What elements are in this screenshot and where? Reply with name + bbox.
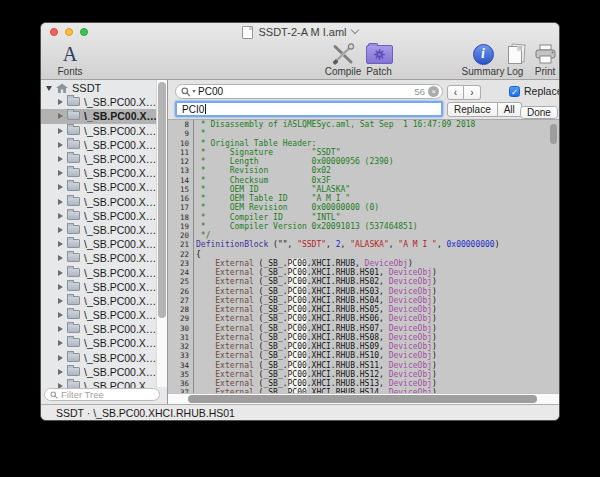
folder-icon — [67, 126, 80, 135]
tree-item[interactable]: \_SB.PC00.X… — [41, 280, 156, 294]
disclosure-closed-icon[interactable] — [58, 142, 63, 148]
code-line: 14 * Checksum 0x3F — [168, 176, 559, 185]
disclosure-closed-icon[interactable] — [58, 184, 63, 190]
zoom-button[interactable] — [80, 28, 88, 36]
tree-item-label: \_SB.PC00.X… — [84, 224, 156, 236]
disclosure-closed-icon[interactable] — [58, 199, 63, 205]
search-icon — [50, 391, 58, 399]
tree-item[interactable]: \_SB.PC00.X… — [41, 195, 156, 209]
disclosure-closed-icon[interactable] — [58, 128, 63, 134]
tree-item[interactable]: \_SB.PC00.X… — [41, 351, 156, 365]
disclosure-open-icon[interactable] — [46, 86, 52, 91]
disclosure-closed-icon[interactable] — [58, 113, 63, 119]
tree-item[interactable]: \_SB.PC00.X… — [41, 251, 156, 265]
disclosure-closed-icon[interactable] — [58, 270, 63, 276]
tree-item[interactable]: \_SB.PC00.X… — [41, 138, 156, 152]
tree-item[interactable]: \_SB.PC00.X… — [41, 294, 156, 308]
folder-icon — [67, 197, 80, 206]
close-button[interactable] — [50, 28, 58, 36]
editor-vscrollbar-thumb[interactable] — [550, 124, 557, 144]
tree-item-label: \_SB.PC00.X… — [84, 167, 156, 179]
tree-item[interactable]: \_SB.PC00.X… — [41, 152, 156, 166]
disclosure-closed-icon[interactable] — [58, 355, 63, 361]
patch-label: Patch — [355, 66, 403, 77]
document-proxy-icon[interactable] — [242, 26, 253, 39]
tree-item[interactable]: \_SB.PC00.X… — [41, 237, 156, 251]
search-input[interactable]: PC00 56 × — [175, 84, 443, 99]
filter-tree-input[interactable]: Filter Tree — [44, 388, 160, 401]
tree-item[interactable]: \_SB.PC00.X… — [41, 95, 156, 109]
line-number: 9 — [168, 129, 193, 138]
replace-toggle: ✓ Replace — [509, 85, 560, 97]
disclosure-closed-icon[interactable] — [58, 340, 63, 346]
tree-item[interactable]: \_SB.PC00.X… — [41, 209, 156, 223]
code-line: 25 External (_SB_.PC00.XHCI.RHUB.HS02, D… — [168, 277, 559, 286]
editor-hscrollbar-thumb[interactable] — [188, 395, 537, 403]
filter-placeholder: Filter Tree — [61, 389, 104, 400]
replace-button[interactable]: Replace — [447, 102, 498, 117]
disclosure-closed-icon[interactable] — [58, 326, 63, 332]
line-number: 34 — [168, 361, 193, 370]
tree-item[interactable]: \_SB.PC00.X… — [41, 124, 156, 138]
tree-item[interactable]: \_SB.PC00.X… — [41, 336, 156, 350]
code-editor[interactable]: 8 * Disassembly of iASLQMESyc.aml, Sat S… — [168, 120, 559, 404]
navigation-path[interactable]: SSDT · \_SB.PC00.XHCI.RHUB.HS01 — [56, 407, 235, 419]
toolbar-item-print[interactable]: Print — [528, 42, 560, 77]
next-match-button[interactable]: › — [464, 85, 481, 100]
minimize-button[interactable] — [65, 28, 73, 36]
tree-item[interactable]: \_SB.PC00.X… — [41, 180, 156, 194]
tree-root-ssdt[interactable]: SSDT — [41, 81, 156, 95]
replace-all-button[interactable]: All — [498, 102, 522, 117]
tree-item[interactable]: \_SB.PC00.X… — [41, 265, 156, 279]
toolbar-item-fonts[interactable]: A Fonts — [43, 42, 97, 77]
sidebar-scrollbar-thumb[interactable] — [158, 82, 166, 318]
disclosure-closed-icon[interactable] — [58, 241, 63, 247]
sidebar-tree: SSDT \_SB.PC00.X…\_SB.PC00.X…\_SB.PC00.X… — [41, 80, 156, 388]
editor-pane: PC00 56 × ‹ › ✓ Replace PCI0 Replace A — [168, 80, 559, 404]
editor-hscrollbar[interactable] — [168, 393, 559, 404]
tree-item[interactable]: \_SB.PC00.X… — [41, 223, 156, 237]
disclosure-closed-icon[interactable] — [58, 170, 63, 176]
disclosure-closed-icon[interactable] — [58, 255, 63, 261]
home-icon — [56, 83, 68, 94]
disclosure-closed-icon[interactable] — [58, 298, 63, 304]
replace-checkbox[interactable]: ✓ — [509, 86, 520, 97]
disclosure-closed-icon[interactable] — [58, 99, 63, 105]
disclosure-closed-icon[interactable] — [58, 227, 63, 233]
replace-input[interactable]: PCI0 — [175, 101, 443, 117]
line-number: 22 — [168, 250, 193, 259]
toolbar-item-patch[interactable]: Patch — [355, 42, 403, 77]
line-number: 19 — [168, 222, 193, 231]
disclosure-closed-icon[interactable] — [58, 156, 63, 162]
code-line: 35 External (_SB_.PC00.XHCI.RHUB.HS12, D… — [168, 370, 559, 379]
code-line: 10 * Original Table Header: — [168, 139, 559, 148]
folder-icon — [67, 338, 80, 347]
disclosure-closed-icon[interactable] — [58, 369, 63, 375]
folder-icon — [67, 324, 80, 333]
search-icon[interactable] — [181, 87, 196, 97]
disclosure-closed-icon[interactable] — [58, 213, 63, 219]
disclosure-closed-icon[interactable] — [58, 284, 63, 290]
tree-item[interactable]: \_SB.PC00.X… — [41, 322, 156, 336]
code-line: 18 * Compiler ID "INTL" — [168, 213, 559, 222]
sidebar-scrollbar[interactable] — [156, 80, 167, 387]
tree-item[interactable]: \_SB.PC00.X… — [41, 365, 156, 379]
previous-match-button[interactable]: ‹ — [447, 85, 464, 100]
tree-item[interactable]: \_SB.PC00.X… — [41, 308, 156, 322]
code-line: 12 * Length 0x00000956 (2390) — [168, 157, 559, 166]
done-button[interactable]: Done — [520, 106, 558, 119]
info-icon: i — [473, 44, 494, 65]
chevron-down-icon[interactable] — [350, 26, 358, 34]
fonts-icon: A — [63, 43, 77, 65]
folder-icon — [67, 111, 80, 120]
tree-item-label: \_SB.PC00.X… — [84, 210, 156, 222]
clear-search-icon[interactable]: × — [428, 86, 439, 97]
titlebar[interactable]: SSDT-2-A M I.aml — [41, 23, 559, 41]
disclosure-closed-icon[interactable] — [58, 312, 63, 318]
code-line: 13 * Revision 0x02 — [168, 166, 559, 175]
tree-item[interactable]: \_SB.PC00.X… — [41, 109, 156, 123]
tree-item[interactable]: \_SB.PC00.X… — [41, 166, 156, 180]
line-number: 32 — [168, 342, 193, 351]
code-line: 19 * Compiler Version 0x20091013 (537464… — [168, 222, 559, 231]
search-options-caret-icon[interactable] — [192, 90, 196, 93]
